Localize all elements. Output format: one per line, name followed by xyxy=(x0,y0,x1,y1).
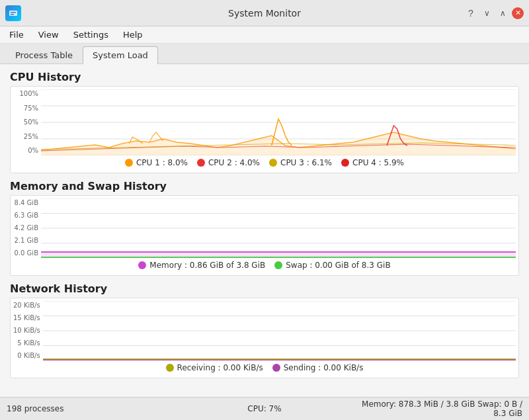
swap-legend-dot xyxy=(274,261,282,269)
memory-legend-label: Memory : 0.86 GiB of 3.8 GiB xyxy=(149,261,265,270)
help-button[interactable]: ? xyxy=(464,7,477,20)
memory-chart-svg xyxy=(41,198,516,258)
receiving-legend-label: Receiving : 0.00 KiB/s xyxy=(177,363,263,372)
titlebar-left xyxy=(5,5,21,21)
window-title: System Monitor xyxy=(228,8,301,19)
cpu3-legend-item: CPU 3 : 6.1% xyxy=(269,158,332,167)
mem-y-label-2: 4.2 GiB xyxy=(13,225,38,231)
tab-process-table[interactable]: Process Table xyxy=(5,46,83,63)
cpu1-legend-dot xyxy=(125,159,133,167)
tab-system-load[interactable]: System Load xyxy=(83,46,158,64)
sending-legend-label: Sending : 0.00 KiB/s xyxy=(284,363,364,372)
memory-section: Memory and Swap History 8.4 GiB 6.3 GiB … xyxy=(10,180,519,276)
titlebar: System Monitor ? ∨ ∧ ✕ xyxy=(0,0,529,26)
sending-legend-dot xyxy=(272,364,280,372)
mem-y-label-3: 2.1 GiB xyxy=(13,237,38,244)
network-chart-col xyxy=(43,301,516,360)
cpu2-legend-item: CPU 2 : 4.0% xyxy=(197,158,260,167)
receiving-legend-item: Receiving : 0.00 KiB/s xyxy=(166,363,263,372)
tabs: Process Table System Load xyxy=(0,44,529,64)
memory-legend-dot xyxy=(138,261,146,269)
cpu-y-label-0: 100% xyxy=(13,91,38,97)
net-y-label-3: 5 KiB/s xyxy=(13,340,40,347)
statusbar: 198 processes CPU: 7% Memory: 878.3 MiB … xyxy=(0,397,529,420)
menu-help[interactable]: Help xyxy=(116,28,149,42)
svg-marker-17 xyxy=(41,257,516,258)
cpu1-legend-item: CPU 1 : 8.0% xyxy=(125,158,188,167)
swap-legend-item: Swap : 0.00 GiB of 8.3 GiB xyxy=(274,261,390,270)
network-chart-container: 20 KiB/s 15 KiB/s 10 KiB/s 5 KiB/s 0 KiB… xyxy=(10,298,519,378)
memory-y-labels: 8.4 GiB 6.3 GiB 4.2 GiB 2.1 GiB 0.0 GiB xyxy=(13,198,41,258)
cpu-section-title: CPU History xyxy=(10,71,519,83)
memory-chart-container: 8.4 GiB 6.3 GiB 4.2 GiB 2.1 GiB 0.0 GiB xyxy=(10,195,519,276)
receiving-legend-dot xyxy=(166,364,174,372)
svg-rect-1 xyxy=(11,12,16,13)
memory-section-title: Memory and Swap History xyxy=(10,180,519,192)
menu-settings[interactable]: Settings xyxy=(67,28,115,42)
network-y-labels: 20 KiB/s 15 KiB/s 10 KiB/s 5 KiB/s 0 KiB… xyxy=(13,301,43,360)
memory-legend-item: Memory : 0.86 GiB of 3.8 GiB xyxy=(138,261,265,270)
close-button[interactable]: ✕ xyxy=(512,7,524,19)
net-y-label-0: 20 KiB/s xyxy=(13,302,40,309)
network-chart-wrapper: 20 KiB/s 15 KiB/s 10 KiB/s 5 KiB/s 0 KiB… xyxy=(13,301,516,360)
mem-y-label-0: 8.4 GiB xyxy=(13,200,38,206)
sending-legend-item: Sending : 0.00 KiB/s xyxy=(272,363,364,372)
cpu-y-label-2: 50% xyxy=(13,119,38,126)
cpu3-legend-label: CPU 3 : 6.1% xyxy=(280,158,332,167)
cpu-y-label-1: 75% xyxy=(13,105,38,112)
net-y-label-4: 0 KiB/s xyxy=(13,353,40,359)
memory-chart-col xyxy=(41,198,516,258)
cpu2-legend-dot xyxy=(197,159,205,167)
status-memory-swap: Memory: 878.3 MiB / 3.8 GiB Swap: 0 B / … xyxy=(350,399,522,418)
menu-view[interactable]: View xyxy=(32,28,65,42)
svg-rect-0 xyxy=(9,11,17,16)
network-section-title: Network History xyxy=(10,282,519,295)
cpu-chart-container: 100% 75% 50% 25% 0% xyxy=(10,86,519,173)
cpu1-legend-label: CPU 1 : 8.0% xyxy=(136,158,188,167)
cpu-legend: CPU 1 : 8.0% CPU 2 : 4.0% CPU 3 : 6.1% C… xyxy=(13,155,516,170)
network-chart-svg xyxy=(43,301,516,360)
menu-file[interactable]: File xyxy=(3,28,30,42)
mem-y-label-4: 0.0 GiB xyxy=(13,250,38,257)
net-y-label-1: 15 KiB/s xyxy=(13,315,40,321)
status-cpu: CPU: 7% xyxy=(179,404,350,413)
cpu-chart-wrapper: 100% 75% 50% 25% 0% xyxy=(13,89,516,155)
mem-y-label-1: 6.3 GiB xyxy=(13,212,38,219)
cpu4-legend-dot xyxy=(341,159,349,167)
cpu-y-label-4: 0% xyxy=(13,147,38,154)
network-legend: Receiving : 0.00 KiB/s Sending : 0.00 Ki… xyxy=(13,360,516,375)
app-icon xyxy=(5,5,21,21)
swap-legend-label: Swap : 0.00 GiB of 8.3 GiB xyxy=(286,261,390,270)
cpu-y-labels: 100% 75% 50% 25% 0% xyxy=(13,89,41,155)
cpu-section: CPU History 100% 75% 50% 25% 0% xyxy=(10,71,519,173)
main-content: CPU History 100% 75% 50% 25% 0% xyxy=(0,64,529,397)
titlebar-controls: ? ∨ ∧ ✕ xyxy=(464,7,524,20)
cpu4-legend-label: CPU 4 : 5.9% xyxy=(352,158,404,167)
menubar: File View Settings Help xyxy=(0,26,529,44)
minimize-button[interactable]: ∨ xyxy=(480,7,493,20)
maximize-button[interactable]: ∧ xyxy=(496,7,509,20)
status-processes: 198 processes xyxy=(7,404,179,413)
cpu4-legend-item: CPU 4 : 5.9% xyxy=(341,158,404,167)
cpu-chart-col xyxy=(41,89,516,155)
cpu2-legend-label: CPU 2 : 4.0% xyxy=(208,158,260,167)
net-y-label-2: 10 KiB/s xyxy=(13,327,40,334)
svg-rect-2 xyxy=(11,14,14,15)
memory-chart-wrapper: 8.4 GiB 6.3 GiB 4.2 GiB 2.1 GiB 0.0 GiB xyxy=(13,198,516,258)
memory-legend: Memory : 0.86 GiB of 3.8 GiB Swap : 0.00… xyxy=(13,258,516,273)
cpu3-legend-dot xyxy=(269,159,277,167)
network-section: Network History 20 KiB/s 15 KiB/s 10 KiB… xyxy=(10,282,519,378)
cpu-y-label-3: 25% xyxy=(13,134,38,140)
cpu-chart-svg xyxy=(41,89,516,155)
